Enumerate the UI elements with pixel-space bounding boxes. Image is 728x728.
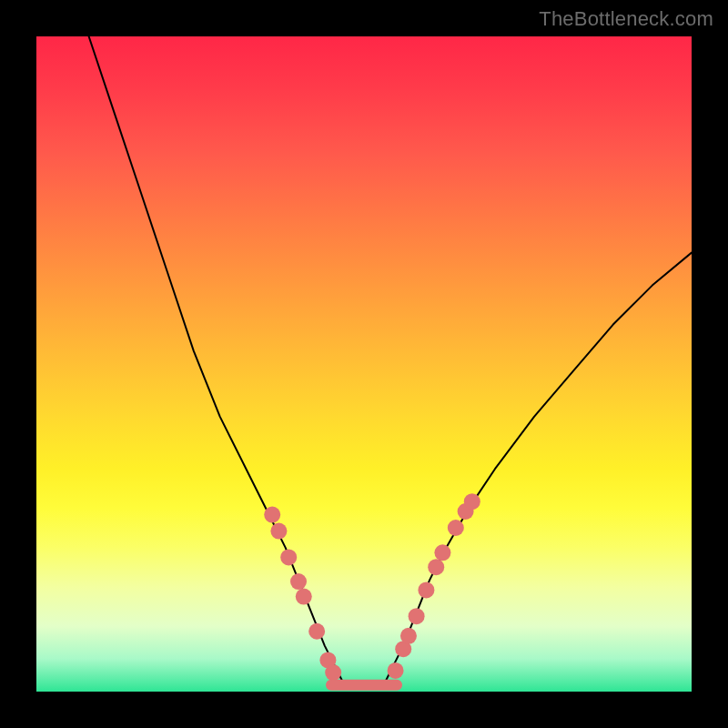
point-dots-right (434, 544, 450, 561)
series-curve-right (384, 253, 692, 685)
chart-svg (36, 36, 692, 692)
point-dots-right (409, 608, 425, 624)
point-dots-left (325, 664, 341, 681)
point-dots-left (296, 589, 312, 605)
point-dots-right (448, 520, 464, 536)
watermark-text: TheBottleneck.com (539, 7, 713, 31)
point-dots-right (418, 581, 434, 598)
point-dots-left (264, 507, 280, 523)
point-dots-right (464, 493, 480, 510)
plot-area (36, 36, 692, 692)
point-dots-left (290, 573, 307, 590)
point-dots-left (280, 549, 297, 565)
point-dots-right (388, 662, 404, 679)
point-dots-left (270, 523, 287, 540)
chart-frame: TheBottleneck.com (0, 0, 728, 728)
point-dots-right (428, 559, 444, 575)
series-curve-left (89, 36, 345, 685)
point-dots-left (308, 623, 325, 640)
point-dots-right (400, 628, 417, 644)
